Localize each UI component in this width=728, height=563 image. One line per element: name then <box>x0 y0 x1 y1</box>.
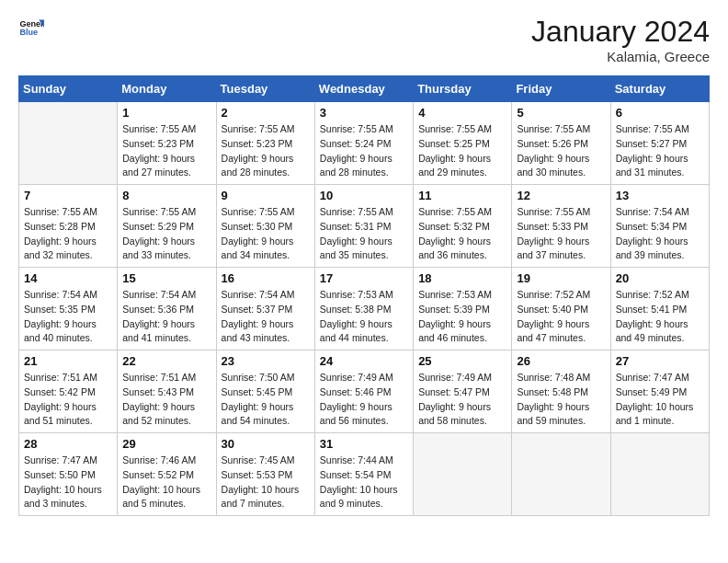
calendar-cell <box>610 433 709 516</box>
day-info: Sunrise: 7:52 AMSunset: 5:40 PMDaylight:… <box>517 288 605 346</box>
calendar-cell: 23Sunrise: 7:50 AMSunset: 5:45 PMDayligh… <box>216 350 314 433</box>
calendar-cell: 3Sunrise: 7:55 AMSunset: 5:24 PMDaylight… <box>314 102 413 185</box>
calendar-cell: 7Sunrise: 7:55 AMSunset: 5:28 PMDaylight… <box>19 185 118 268</box>
col-header-thursday: Thursday <box>414 76 512 102</box>
day-info: Sunrise: 7:50 AMSunset: 5:45 PMDaylight:… <box>222 371 310 429</box>
calendar-cell: 22Sunrise: 7:51 AMSunset: 5:43 PMDayligh… <box>118 350 216 433</box>
day-info: Sunrise: 7:47 AMSunset: 5:49 PMDaylight:… <box>616 371 704 429</box>
day-number: 1 <box>122 106 210 120</box>
day-number: 30 <box>222 437 310 451</box>
day-info: Sunrise: 7:45 AMSunset: 5:53 PMDaylight:… <box>222 454 310 511</box>
day-info: Sunrise: 7:47 AMSunset: 5:50 PMDaylight:… <box>24 454 112 511</box>
day-info: Sunrise: 7:53 AMSunset: 5:39 PMDaylight:… <box>418 288 506 346</box>
week-row-4: 28Sunrise: 7:47 AMSunset: 5:50 PMDayligh… <box>19 433 710 516</box>
day-number: 4 <box>418 106 506 120</box>
day-number: 26 <box>517 354 605 368</box>
col-header-friday: Friday <box>512 76 610 102</box>
calendar-cell: 15Sunrise: 7:54 AMSunset: 5:36 PMDayligh… <box>118 268 216 350</box>
calendar-cell: 29Sunrise: 7:46 AMSunset: 5:52 PMDayligh… <box>118 433 216 516</box>
day-info: Sunrise: 7:51 AMSunset: 5:42 PMDaylight:… <box>24 371 112 429</box>
day-info: Sunrise: 7:46 AMSunset: 5:52 PMDaylight:… <box>122 454 210 511</box>
calendar-cell: 14Sunrise: 7:54 AMSunset: 5:35 PMDayligh… <box>19 268 118 350</box>
day-info: Sunrise: 7:55 AMSunset: 5:23 PMDaylight:… <box>122 122 210 180</box>
day-info: Sunrise: 7:52 AMSunset: 5:41 PMDaylight:… <box>616 288 704 346</box>
calendar-cell: 6Sunrise: 7:55 AMSunset: 5:27 PMDaylight… <box>610 102 709 185</box>
day-number: 7 <box>24 189 112 202</box>
day-info: Sunrise: 7:44 AMSunset: 5:54 PMDaylight:… <box>320 454 408 511</box>
calendar-cell: 31Sunrise: 7:44 AMSunset: 5:54 PMDayligh… <box>314 433 413 516</box>
day-info: Sunrise: 7:55 AMSunset: 5:26 PMDaylight:… <box>517 122 605 180</box>
calendar-cell <box>19 102 118 185</box>
day-number: 22 <box>122 354 210 368</box>
calendar-cell: 21Sunrise: 7:51 AMSunset: 5:42 PMDayligh… <box>19 350 118 433</box>
day-number: 14 <box>24 271 112 285</box>
calendar-cell: 4Sunrise: 7:55 AMSunset: 5:25 PMDaylight… <box>414 102 512 185</box>
day-info: Sunrise: 7:55 AMSunset: 5:25 PMDaylight:… <box>418 122 506 180</box>
day-number: 27 <box>616 354 704 368</box>
col-header-monday: Monday <box>118 76 216 102</box>
week-row-3: 21Sunrise: 7:51 AMSunset: 5:42 PMDayligh… <box>19 350 710 433</box>
day-number: 13 <box>616 189 704 202</box>
logo-icon: General Blue <box>18 15 44 40</box>
day-info: Sunrise: 7:54 AMSunset: 5:35 PMDaylight:… <box>24 288 112 346</box>
title-block: January 2024 Kalamia, Greece <box>531 15 710 64</box>
day-info: Sunrise: 7:55 AMSunset: 5:32 PMDaylight:… <box>418 205 506 263</box>
day-info: Sunrise: 7:55 AMSunset: 5:33 PMDaylight:… <box>517 205 605 263</box>
day-number: 25 <box>418 354 506 368</box>
day-number: 15 <box>122 271 210 285</box>
day-number: 31 <box>320 437 408 451</box>
day-number: 10 <box>320 189 408 202</box>
day-number: 21 <box>24 354 112 368</box>
calendar-cell <box>414 433 512 516</box>
day-info: Sunrise: 7:55 AMSunset: 5:23 PMDaylight:… <box>222 122 310 180</box>
day-info: Sunrise: 7:55 AMSunset: 5:31 PMDaylight:… <box>320 205 408 263</box>
calendar-cell: 20Sunrise: 7:52 AMSunset: 5:41 PMDayligh… <box>610 268 709 350</box>
day-number: 6 <box>616 106 704 120</box>
header-row: SundayMondayTuesdayWednesdayThursdayFrid… <box>19 76 710 102</box>
day-info: Sunrise: 7:54 AMSunset: 5:36 PMDaylight:… <box>122 288 210 346</box>
day-number: 3 <box>320 106 408 120</box>
day-info: Sunrise: 7:48 AMSunset: 5:48 PMDaylight:… <box>517 371 605 429</box>
day-info: Sunrise: 7:55 AMSunset: 5:27 PMDaylight:… <box>616 122 704 180</box>
calendar-cell: 25Sunrise: 7:49 AMSunset: 5:47 PMDayligh… <box>414 350 512 433</box>
day-number: 23 <box>222 354 310 368</box>
calendar-cell: 27Sunrise: 7:47 AMSunset: 5:49 PMDayligh… <box>610 350 709 433</box>
day-info: Sunrise: 7:55 AMSunset: 5:30 PMDaylight:… <box>222 205 310 263</box>
calendar-cell: 2Sunrise: 7:55 AMSunset: 5:23 PMDaylight… <box>216 102 314 185</box>
calendar-cell: 17Sunrise: 7:53 AMSunset: 5:38 PMDayligh… <box>314 268 413 350</box>
day-number: 28 <box>24 437 112 451</box>
day-number: 24 <box>320 354 408 368</box>
calendar-cell: 16Sunrise: 7:54 AMSunset: 5:37 PMDayligh… <box>216 268 314 350</box>
calendar-cell: 19Sunrise: 7:52 AMSunset: 5:40 PMDayligh… <box>512 268 610 350</box>
calendar-cell: 9Sunrise: 7:55 AMSunset: 5:30 PMDaylight… <box>216 185 314 268</box>
day-info: Sunrise: 7:53 AMSunset: 5:38 PMDaylight:… <box>320 288 408 346</box>
location: Kalamia, Greece <box>531 49 710 64</box>
day-number: 18 <box>418 271 506 285</box>
col-header-tuesday: Tuesday <box>216 76 314 102</box>
calendar-cell: 18Sunrise: 7:53 AMSunset: 5:39 PMDayligh… <box>414 268 512 350</box>
calendar-cell: 8Sunrise: 7:55 AMSunset: 5:29 PMDaylight… <box>118 185 216 268</box>
calendar-cell: 5Sunrise: 7:55 AMSunset: 5:26 PMDaylight… <box>512 102 610 185</box>
calendar-cell: 1Sunrise: 7:55 AMSunset: 5:23 PMDaylight… <box>118 102 216 185</box>
day-info: Sunrise: 7:54 AMSunset: 5:37 PMDaylight:… <box>222 288 310 346</box>
day-number: 11 <box>418 189 506 202</box>
week-row-2: 14Sunrise: 7:54 AMSunset: 5:35 PMDayligh… <box>19 268 710 350</box>
day-number: 19 <box>517 271 605 285</box>
calendar-cell <box>512 433 610 516</box>
day-number: 16 <box>222 271 310 285</box>
calendar-table: SundayMondayTuesdayWednesdayThursdayFrid… <box>18 75 710 516</box>
week-row-0: 1Sunrise: 7:55 AMSunset: 5:23 PMDaylight… <box>19 102 710 185</box>
calendar-cell: 13Sunrise: 7:54 AMSunset: 5:34 PMDayligh… <box>610 185 709 268</box>
svg-text:Blue: Blue <box>19 28 38 37</box>
calendar-cell: 10Sunrise: 7:55 AMSunset: 5:31 PMDayligh… <box>314 185 413 268</box>
day-number: 5 <box>517 106 605 120</box>
day-info: Sunrise: 7:54 AMSunset: 5:34 PMDaylight:… <box>616 205 704 263</box>
day-number: 9 <box>222 189 310 202</box>
day-info: Sunrise: 7:49 AMSunset: 5:46 PMDaylight:… <box>320 371 408 429</box>
day-info: Sunrise: 7:55 AMSunset: 5:24 PMDaylight:… <box>320 122 408 180</box>
week-row-1: 7Sunrise: 7:55 AMSunset: 5:28 PMDaylight… <box>19 185 710 268</box>
calendar-cell: 12Sunrise: 7:55 AMSunset: 5:33 PMDayligh… <box>512 185 610 268</box>
month-title: January 2024 <box>531 15 710 49</box>
calendar-cell: 30Sunrise: 7:45 AMSunset: 5:53 PMDayligh… <box>216 433 314 516</box>
col-header-sunday: Sunday <box>19 76 118 102</box>
